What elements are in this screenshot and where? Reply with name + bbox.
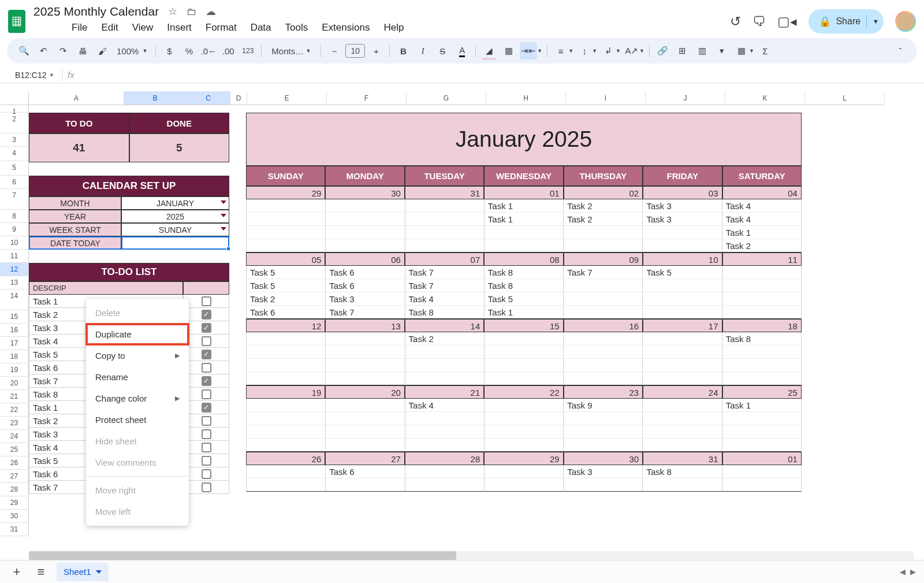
redo-icon[interactable]: ↷ [54, 42, 72, 60]
date-cell[interactable]: 30 [325, 186, 404, 199]
text-rotation-icon[interactable]: A↗ [623, 42, 640, 60]
task-cell[interactable] [326, 346, 405, 359]
task-cell[interactable] [246, 226, 326, 239]
collapse-toolbar-icon[interactable]: ˆ [892, 42, 909, 60]
task-checkbox[interactable] [183, 454, 229, 467]
menu-item-protect-sheet[interactable]: Protect sheet [86, 409, 189, 430]
task-cell[interactable] [722, 266, 802, 279]
share-dropdown-icon[interactable]: ▼ [873, 18, 879, 25]
task-cell[interactable] [405, 239, 485, 252]
task-cell[interactable]: Task 2 [405, 332, 485, 346]
row-header-23[interactable]: 23 [0, 417, 29, 430]
row-header-3[interactable]: 3 [0, 133, 29, 147]
date-cell[interactable]: 24 [643, 385, 722, 399]
date-cell[interactable]: 06 [325, 252, 404, 266]
vertical-align-icon[interactable]: ↕ [576, 42, 593, 60]
task-cell[interactable]: Task 1 [722, 226, 802, 239]
date-cell[interactable]: 29 [246, 186, 325, 199]
col-header-H[interactable]: H [486, 91, 566, 105]
task-cell[interactable]: Task 3 [643, 199, 722, 213]
insert-comment-icon[interactable]: ⊞ [674, 42, 691, 60]
col-header-B[interactable]: B [124, 91, 187, 105]
task-cell[interactable] [485, 439, 564, 452]
col-header-J[interactable]: J [646, 91, 725, 105]
task-cell[interactable] [246, 239, 326, 252]
history-icon[interactable]: ↺ [730, 14, 741, 29]
row-header-8[interactable]: 8 [0, 210, 29, 223]
task-cell[interactable] [722, 279, 802, 292]
col-header-F[interactable]: F [327, 91, 407, 105]
col-header-C[interactable]: C [187, 91, 230, 105]
decrease-decimal-icon[interactable]: .0← [200, 42, 217, 60]
row-header-13[interactable]: 13 [0, 276, 29, 289]
cloud-status-icon[interactable]: ☁ [206, 6, 216, 17]
task-cell[interactable]: Task 2 [564, 199, 643, 213]
task-cell[interactable]: Task 5 [643, 266, 722, 279]
add-sheet-icon[interactable]: + [8, 565, 25, 580]
date-cell[interactable]: 07 [405, 252, 484, 266]
setup-value-month[interactable]: JANUARY [121, 196, 229, 210]
task-cell[interactable]: Task 1 [485, 199, 564, 213]
row-header-29[interactable]: 29 [0, 496, 29, 510]
menu-item-rename[interactable]: Rename [86, 366, 189, 388]
date-cell[interactable]: 31 [643, 452, 722, 465]
task-cell[interactable] [564, 279, 643, 292]
select-all-corner[interactable] [0, 91, 29, 105]
task-cell[interactable] [643, 439, 722, 452]
task-checkbox[interactable] [183, 335, 229, 348]
meet-icon[interactable]: ▢◂ [777, 14, 797, 29]
move-icon[interactable]: 🗀 [187, 6, 197, 17]
row-header-10[interactable]: 10 [0, 236, 29, 250]
task-cell[interactable] [564, 239, 643, 252]
date-cell[interactable]: 20 [325, 385, 404, 399]
task-cell[interactable] [485, 239, 564, 252]
task-cell[interactable]: Task 8 [405, 306, 485, 319]
task-cell[interactable] [326, 399, 405, 412]
task-cell[interactable] [485, 399, 564, 412]
menu-data[interactable]: Data [251, 22, 271, 34]
star-icon[interactable]: ☆ [168, 6, 177, 17]
insert-link-icon[interactable]: 🔗 [654, 42, 672, 60]
task-cell[interactable] [326, 478, 405, 492]
task-cell[interactable] [405, 425, 485, 439]
task-cell[interactable]: Task 8 [643, 465, 722, 478]
task-cell[interactable] [564, 332, 643, 346]
bold-icon[interactable]: B [394, 42, 412, 60]
menu-edit[interactable]: Edit [101, 22, 118, 34]
task-cell[interactable] [485, 425, 564, 439]
strikethrough-icon[interactable]: S [434, 42, 451, 60]
row-header-19[interactable]: 19 [0, 363, 29, 377]
scroll-right-icon[interactable]: ▶ [910, 567, 916, 576]
undo-icon[interactable]: ↶ [35, 42, 52, 60]
row-header-22[interactable]: 22 [0, 403, 29, 417]
task-cell[interactable] [246, 372, 326, 385]
row-header-20[interactable]: 20 [0, 377, 29, 390]
task-cell[interactable] [405, 226, 485, 239]
task-cell[interactable]: Task 5 [246, 266, 326, 279]
merge-cells-icon[interactable]: ⇥⇤ [520, 42, 537, 60]
date-cell[interactable]: 18 [722, 319, 802, 332]
scroll-left-icon[interactable]: ◀ [900, 567, 906, 576]
task-cell[interactable] [485, 465, 564, 478]
task-cell[interactable] [643, 279, 722, 292]
menu-item-duplicate[interactable]: Duplicate [86, 324, 189, 345]
task-cell[interactable]: Task 1 [485, 306, 564, 319]
task-checkbox[interactable]: ✓ [183, 374, 229, 388]
task-cell[interactable] [405, 372, 485, 385]
task-cell[interactable] [246, 399, 326, 412]
name-box[interactable]: B12:C12▼ [15, 70, 58, 80]
menu-file[interactable]: File [72, 22, 87, 34]
task-cell[interactable]: Task 4 [722, 199, 802, 213]
task-cell[interactable] [246, 465, 326, 478]
task-cell[interactable] [246, 199, 326, 213]
col-header-A[interactable]: A [29, 91, 124, 105]
task-cell[interactable] [326, 239, 405, 252]
date-cell[interactable]: 31 [405, 186, 484, 199]
task-cell[interactable] [564, 412, 643, 425]
task-cell[interactable] [643, 425, 722, 439]
task-cell[interactable] [326, 359, 405, 372]
insert-chart-icon[interactable]: ▥ [694, 42, 711, 60]
row-header-11[interactable]: 11 [0, 250, 29, 263]
task-checkbox[interactable]: ✓ [183, 321, 229, 335]
task-cell[interactable] [564, 226, 643, 239]
